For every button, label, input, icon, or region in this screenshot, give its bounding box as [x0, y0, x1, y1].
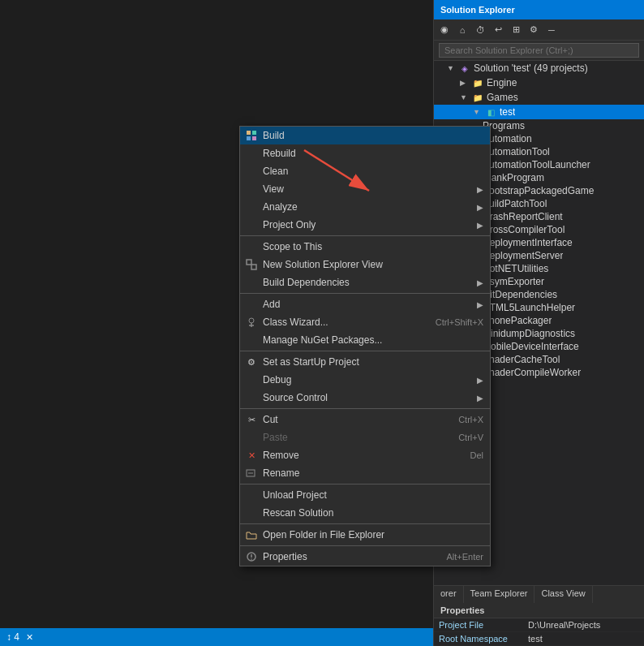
svg-rect-4 [247, 260, 251, 265]
tree-label: test [500, 106, 515, 118]
expand-arrow: ▼ [460, 93, 471, 101]
prop-val: test [528, 634, 543, 644]
tab-team-explorer[interactable]: Team Explorer [464, 586, 535, 603]
menu-label: Properties [263, 551, 307, 562]
menu-item-scope-to-this[interactable]: Scope to This [240, 238, 490, 256]
folder-icon: 📁 [471, 76, 484, 89]
tree-item-solution[interactable]: ▼ ◈ Solution 'test' (49 projects) [434, 61, 644, 75]
menu-item-remove[interactable]: ✕ Remove Del [240, 446, 490, 464]
rename-icon [245, 467, 258, 480]
menu-item-debug[interactable]: Debug ▶ [240, 371, 490, 389]
menu-item-open-folder[interactable]: Open Folder in File Explorer [240, 526, 490, 544]
menu-shortcut: Ctrl+X [442, 415, 483, 424]
folder-icon: 📁 [471, 91, 484, 104]
properties-rows: Project File D:\Unreal\Projects Root Nam… [434, 618, 644, 646]
history-button[interactable]: ⏱ [473, 23, 487, 37]
settings-button[interactable]: ⚙ [526, 23, 541, 37]
menu-label: Clean [263, 166, 288, 177]
menu-label: Open Folder in File Explorer [263, 529, 384, 540]
se-search-input[interactable] [439, 43, 639, 58]
expand-arrow: ▼ [447, 64, 458, 72]
menu-item-manage-nuget[interactable]: Manage NuGet Packages... [240, 331, 490, 349]
properties-icon [245, 550, 258, 563]
new-view-button[interactable]: ⊞ [509, 23, 523, 37]
menu-item-rebuild[interactable]: Rebuild [240, 144, 490, 162]
submenu-arrow-icon: ▶ [477, 278, 483, 287]
solution-icon: ◈ [458, 62, 471, 75]
menu-separator [240, 484, 490, 484]
menu-shortcut: Del [453, 450, 483, 460]
submenu-arrow-icon: ▶ [477, 221, 483, 230]
tree-item-engine[interactable]: ▶ 📁 Engine [434, 75, 644, 90]
menu-label: View [263, 183, 284, 195]
prop-row-projectfile: Project File D:\Unreal\Projects [434, 618, 644, 632]
menu-label: Remove [263, 450, 299, 461]
new-view-icon [245, 258, 258, 271]
svg-rect-3 [252, 136, 256, 140]
tree-item-test[interactable]: ▼ ◧ test [434, 105, 644, 119]
context-menu: Build Rebuild Clean View ▶ Analyze ▶ Pro… [239, 126, 491, 566]
menu-item-view[interactable]: View ▶ [240, 180, 490, 198]
submenu-arrow-icon: ▶ [477, 300, 483, 309]
submenu-arrow-icon: ▶ [477, 376, 483, 385]
se-bottom-tabs: orer Team Explorer Class View [434, 585, 644, 603]
status-bar: ↕ 4 ✕ [0, 628, 433, 646]
menu-item-analyze[interactable]: Analyze ▶ [240, 198, 490, 216]
menu-separator [240, 545, 490, 546]
solution-explorer-header: Solution Explorer [434, 0, 644, 19]
menu-separator [240, 408, 490, 409]
menu-label: New Solution Explorer View [263, 259, 383, 270]
menu-item-properties[interactable]: Properties Alt+Enter [240, 548, 490, 566]
gear-icon: ⚙ [245, 355, 258, 368]
se-toolbar: ◉ ⌂ ⏱ ↩ ⊞ ⚙ ─ [434, 19, 644, 41]
tab-class-view[interactable]: Class View [535, 586, 592, 603]
build-icon [245, 129, 258, 142]
menu-shortcut: Alt+Enter [430, 552, 483, 562]
prop-key: Project File [439, 620, 528, 630]
expand-arrow: ▶ [460, 79, 471, 87]
submenu-arrow-icon: ▶ [477, 394, 483, 403]
menu-label: Rebuild [263, 148, 296, 159]
se-search-container [434, 41, 644, 61]
svg-rect-0 [247, 131, 251, 135]
menu-item-paste: Paste Ctrl+V [240, 429, 490, 446]
menu-item-project-only[interactable]: Project Only ▶ [240, 216, 490, 234]
menu-item-build[interactable]: Build [240, 127, 490, 144]
pin-icon: ↕ 4 [6, 631, 19, 643]
menu-item-cut[interactable]: ✂ Cut Ctrl+X [240, 411, 490, 429]
cut-icon: ✂ [245, 413, 258, 426]
remove-icon: ✕ [245, 449, 258, 462]
submenu-arrow-icon: ▶ [477, 203, 483, 212]
menu-item-rename[interactable]: Rename [240, 464, 490, 482]
home-button[interactable]: ⌂ [455, 23, 470, 37]
menu-item-class-wizard[interactable]: Class Wizard... Ctrl+Shift+X [240, 313, 490, 331]
menu-label: Paste [263, 432, 288, 443]
menu-item-source-control[interactable]: Source Control ▶ [240, 389, 490, 407]
auto-hide-button[interactable]: ─ [544, 23, 559, 37]
menu-item-set-startup[interactable]: ⚙ Set as StartUp Project [240, 353, 490, 371]
menu-separator [240, 351, 490, 351]
menu-label: Build Dependencies [263, 277, 350, 288]
collapse-all-button[interactable]: ◉ [437, 23, 452, 37]
menu-label: Unload Project [263, 489, 327, 501]
tab-solution-explorer[interactable]: orer [434, 586, 464, 603]
tree-label: Engine [487, 77, 517, 88]
menu-label: Rename [263, 467, 299, 479]
menu-item-new-se-view[interactable]: New Solution Explorer View [240, 256, 490, 273]
menu-item-rescan-solution[interactable]: Rescan Solution [240, 504, 490, 522]
close-icon[interactable]: ✕ [26, 632, 33, 643]
svg-rect-5 [251, 265, 256, 269]
menu-item-add[interactable]: Add ▶ [240, 295, 490, 313]
tree-item-games[interactable]: ▼ 📁 Games [434, 90, 644, 105]
sync-button[interactable]: ↩ [491, 23, 505, 37]
prop-row-rootnamespace: Root Namespace test [434, 632, 644, 646]
menu-item-clean[interactable]: Clean [240, 162, 490, 180]
menu-label: Rescan Solution [263, 507, 333, 519]
solution-explorer-title: Solution Explorer [440, 5, 515, 15]
tree-label: Games [487, 92, 518, 103]
prop-key: Root Namespace [439, 634, 528, 644]
properties-header: Properties [434, 603, 644, 618]
menu-label: Project Only [263, 219, 316, 230]
menu-item-unload-project[interactable]: Unload Project [240, 486, 490, 504]
menu-item-build-deps[interactable]: Build Dependencies ▶ [240, 273, 490, 291]
